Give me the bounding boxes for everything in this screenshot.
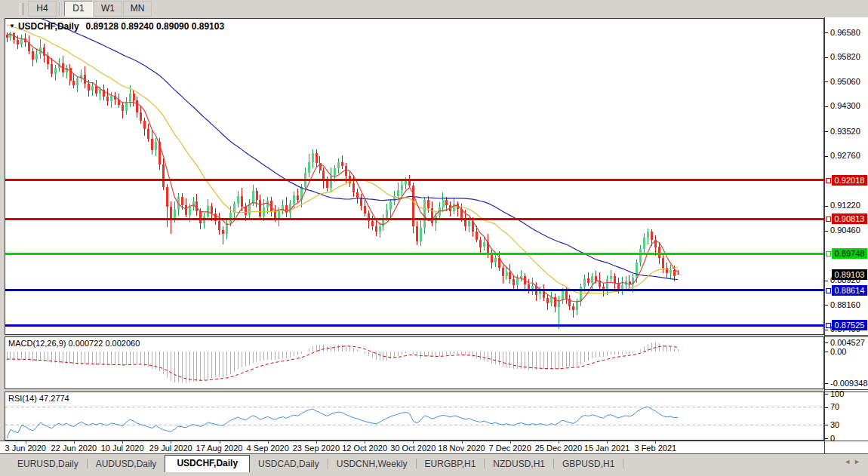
macd-tick-label: 0.00 [830,347,846,357]
tab-scroll-left-icon[interactable]: ◄ [844,458,854,465]
price-tick-label: 0.94300 [830,101,860,111]
rsi-indicator-pane[interactable]: RSI(14) 47.2774 [5,392,824,441]
rsi-line [7,407,678,438]
axis-tick-mark [825,342,828,343]
macd-indicator-pane[interactable]: MACD(12,26,9) 0.000722 0.002060 [5,336,824,389]
toolbar-divider [60,2,61,16]
chart-ohlc-values: 0.89128 0.89240 0.89090 0.89103 [86,21,225,32]
chart-symbol: USDCHF,Daily [18,21,79,32]
axis-tick-mark [825,394,828,395]
tab-scroll-buttons: ◄► [844,458,863,465]
tab-eurgbp-h1[interactable]: EURGBP,H1 [417,456,485,472]
ma-line-slow [7,19,678,280]
price-tick-label: 0.90460 [830,226,860,235]
tab-nzdusd-h1[interactable]: NZDUSD,H1 [485,456,553,472]
price-tick-label: 0.91220 [830,201,860,210]
current-price-label: 0.89103 [832,269,867,280]
rsi-label: RSI(14) 47.2774 [8,394,69,403]
hline-marker [826,178,831,183]
axis-tick-mark [825,231,828,232]
date-label: 3 Feb 2021 [623,444,688,453]
tab-scroll-right-icon[interactable]: ► [854,458,863,465]
rsi-tick-label: 30 [830,420,839,430]
macd-histogram [7,342,678,383]
price-axis[interactable]: 0.965800.958200.950600.943000.935200.927… [824,17,868,453]
timeframe-toolbar: H4D1W1MN [0,0,868,18]
axis-tick-mark [825,106,828,107]
chart-title: ▼USDCHF,Daily0.89128 0.89240 0.89090 0.8… [9,21,224,32]
rsi-tick-label: 70 [830,402,839,412]
hline-price-label: 0.92018 [832,175,867,186]
chart-tab-bar: EURUSD,DailyAUDUSD,DailyUSDCHF,DailyUSDC… [0,453,868,476]
chart-window: ▼USDCHF,Daily0.89128 0.89240 0.89090 0.8… [0,17,868,453]
tf-button-mn[interactable]: MN [123,1,152,17]
rsi-canvas [5,392,823,440]
axis-tick-mark [825,438,828,439]
axis-tick-mark [825,330,828,330]
time-axis[interactable]: 3 Jun 202022 Jun 202010 Jul 202029 Jul 2… [0,441,824,453]
axis-tick-mark [825,383,828,384]
tf-button-d1[interactable]: D1 [64,1,93,17]
hline-price-label: 0.88614 [832,285,867,296]
axis-tick-mark [825,206,828,207]
hline-marker [826,288,831,293]
rsi-tick-label: 100 [830,389,844,399]
axis-tick-mark [825,425,828,425]
macd-tick-label: 0.004527 [830,338,865,348]
tab-audusd-daily[interactable]: AUDUSD,Daily [88,456,165,472]
tab-eurusd-daily[interactable]: EURUSD,Daily [9,456,87,472]
axis-tick-mark [825,352,828,352]
axis-tick-mark [825,81,828,82]
price-tick-label: 0.88160 [830,300,860,310]
hline-price-label: 0.90813 [832,213,867,224]
tf-button-h4[interactable]: H4 [28,1,57,17]
toolbar-grip[interactable] [20,3,23,15]
chart-menu-icon[interactable]: ▼ [9,23,15,29]
tab-gbpusd-h1[interactable]: GBPUSD,H1 [554,456,623,472]
tab-separator [623,459,623,468]
axis-tick-mark [825,57,828,58]
macd-values: 0.000722 0.002060 [68,339,140,348]
timeframe-buttons: H4D1W1MN [28,1,152,17]
hline-marker [826,251,831,256]
axis-tick-mark [825,32,828,33]
price-tick-label: 0.93520 [830,127,860,137]
price-tick-label: 0.95060 [830,77,860,87]
hline-marker [826,323,831,328]
axis-separator [825,335,868,336]
axis-tick-mark [825,281,828,281]
hline-marker [826,217,831,222]
price-tick-label: 0.96580 [830,28,860,38]
rsi-tick-label: 0 [830,434,835,444]
macd-tick-label: -0.009348 [830,379,868,388]
axis-tick-mark [825,156,828,157]
tab-usdcnh-weekly[interactable]: USDCNH,Weekly [328,456,416,472]
axis-tick-mark [825,131,828,132]
tab-usdchf-daily[interactable]: USDCHF,Daily [165,455,250,472]
tab-usdcad-daily[interactable]: USDCAD,Daily [250,456,328,472]
axis-tick-mark [825,407,828,408]
price-tick-label: 0.95820 [830,52,860,62]
tf-button-w1[interactable]: W1 [94,1,122,17]
rsi-value: 47.2774 [39,394,69,403]
axis-tick-mark [825,305,828,306]
macd-label: MACD(12,26,9) 0.000722 0.002060 [8,339,140,348]
price-chart-pane[interactable]: ▼USDCHF,Daily0.89128 0.89240 0.89090 0.8… [5,18,824,335]
candles-canv [5,19,823,334]
hline-price-label: 0.89748 [832,248,867,259]
hline-price-label: 0.87525 [832,320,867,330]
price-tick-label: 0.92760 [830,151,860,161]
chart-tabs: EURUSD,DailyAUDUSD,DailyUSDCHF,DailyUSDC… [9,454,623,472]
